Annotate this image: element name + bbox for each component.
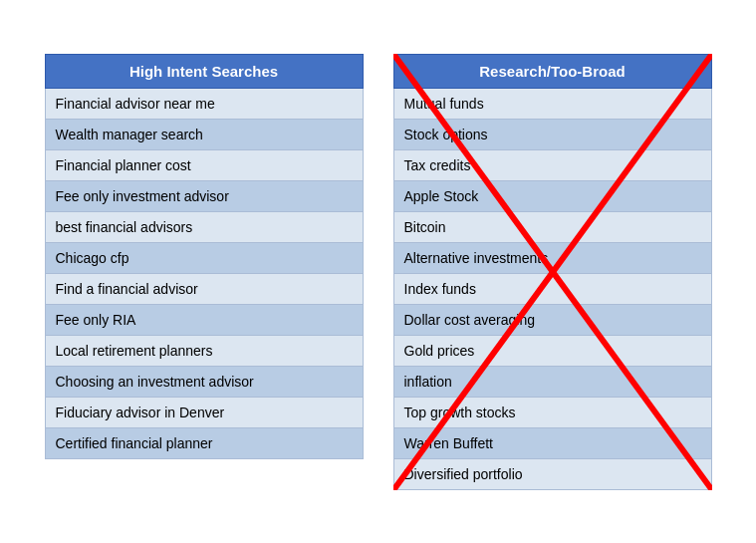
left-table-cell: Local retirement planners xyxy=(45,335,363,366)
left-table-cell: Financial planner cost xyxy=(45,149,363,180)
left-table-cell: Certified financial planner xyxy=(45,427,363,458)
right-table-header: Research/Too-Broad xyxy=(393,54,711,88)
table-row: Index funds xyxy=(393,273,711,304)
table-row: Fiduciary advisor in Denver xyxy=(45,397,363,427)
table-row: Fee only investment advisor xyxy=(45,180,363,211)
table-row: Warren Buffett xyxy=(393,427,711,458)
main-container: High Intent Searches Financial advisor n… xyxy=(45,54,712,490)
table-row: Fee only RIA xyxy=(45,304,363,335)
table-row: Chicago cfp xyxy=(45,242,363,273)
right-table-wrapper: Research/Too-Broad Mutual fundsStock opt… xyxy=(393,54,712,490)
table-row: Alternative investments xyxy=(393,242,711,273)
right-table-cell: Alternative investments xyxy=(393,242,711,273)
left-table-cell: best financial advisors xyxy=(45,211,363,242)
table-row: Top growth stocks xyxy=(393,397,711,427)
research-table: Research/Too-Broad Mutual fundsStock opt… xyxy=(393,54,712,490)
left-table-cell: Wealth manager search xyxy=(45,119,363,149)
right-table-cell: Stock options xyxy=(393,119,711,149)
right-table-cell: Tax credits xyxy=(393,149,711,180)
table-row: Financial advisor near me xyxy=(45,88,363,119)
right-table-cell: Mutual funds xyxy=(393,88,711,119)
table-row: best financial advisors xyxy=(45,211,363,242)
left-table-wrapper: High Intent Searches Financial advisor n… xyxy=(45,54,364,459)
table-row: Choosing an investment advisor xyxy=(45,366,363,397)
table-row: Stock options xyxy=(393,119,711,149)
right-table-cell: Warren Buffett xyxy=(393,427,711,458)
right-table-cell: inflation xyxy=(393,366,711,397)
right-table-cell: Top growth stocks xyxy=(393,397,711,427)
left-table-cell: Fiduciary advisor in Denver xyxy=(45,397,363,427)
left-table-header: High Intent Searches xyxy=(45,54,363,88)
table-row: Find a financial advisor xyxy=(45,273,363,304)
table-row: Dollar cost averaging xyxy=(393,304,711,335)
right-table-cell: Apple Stock xyxy=(393,180,711,211)
left-table-cell: Chicago cfp xyxy=(45,242,363,273)
table-row: inflation xyxy=(393,366,711,397)
table-row: Wealth manager search xyxy=(45,119,363,149)
left-table-cell: Fee only investment advisor xyxy=(45,180,363,211)
table-row: Financial planner cost xyxy=(45,149,363,180)
table-row: Bitcoin xyxy=(393,211,711,242)
right-table-cell: Diversified portfolio xyxy=(393,458,711,489)
table-row: Certified financial planner xyxy=(45,427,363,458)
right-table-cell: Bitcoin xyxy=(393,211,711,242)
high-intent-table: High Intent Searches Financial advisor n… xyxy=(45,54,364,459)
right-table-cell: Index funds xyxy=(393,273,711,304)
table-row: Gold prices xyxy=(393,335,711,366)
left-table-cell: Financial advisor near me xyxy=(45,88,363,119)
table-row: Mutual funds xyxy=(393,88,711,119)
left-table-cell: Fee only RIA xyxy=(45,304,363,335)
right-table-cell: Dollar cost averaging xyxy=(393,304,711,335)
left-table-cell: Choosing an investment advisor xyxy=(45,366,363,397)
table-row: Tax credits xyxy=(393,149,711,180)
table-row: Diversified portfolio xyxy=(393,458,711,489)
table-row: Local retirement planners xyxy=(45,335,363,366)
left-table-cell: Find a financial advisor xyxy=(45,273,363,304)
right-table-cell: Gold prices xyxy=(393,335,711,366)
table-row: Apple Stock xyxy=(393,180,711,211)
